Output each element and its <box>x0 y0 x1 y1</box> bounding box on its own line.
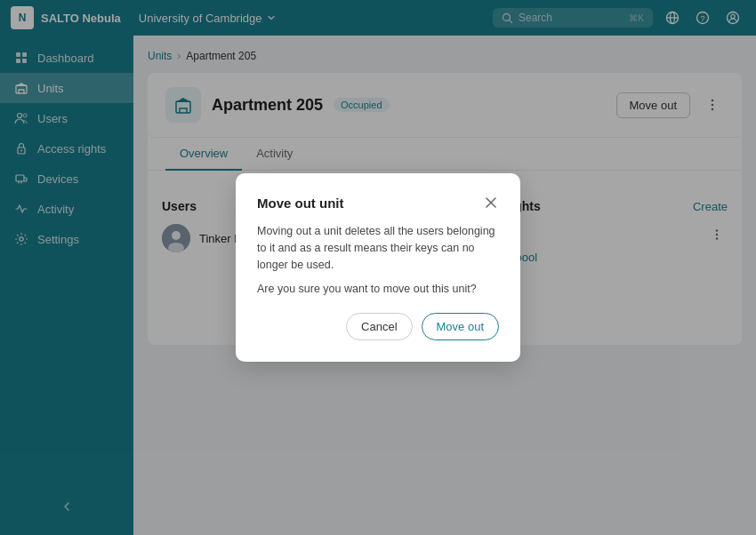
dialog-cancel-btn[interactable]: Cancel <box>346 313 412 340</box>
dialog-title: Move out unit <box>257 196 344 211</box>
dialog-header: Move out unit <box>257 195 499 211</box>
dialog-close-btn[interactable] <box>483 195 499 211</box>
dialog-overlay: Move out unit Moving out a unit deletes … <box>0 0 756 535</box>
close-icon <box>485 196 497 209</box>
dialog-question-text: Are you sure you want to move out this u… <box>257 283 499 295</box>
dialog-actions: Cancel Move out <box>257 313 499 340</box>
move-out-dialog: Move out unit Moving out a unit deletes … <box>236 173 520 361</box>
dialog-confirm-btn[interactable]: Move out <box>422 313 499 340</box>
dialog-body-text: Moving out a unit deletes all the users … <box>257 223 499 273</box>
